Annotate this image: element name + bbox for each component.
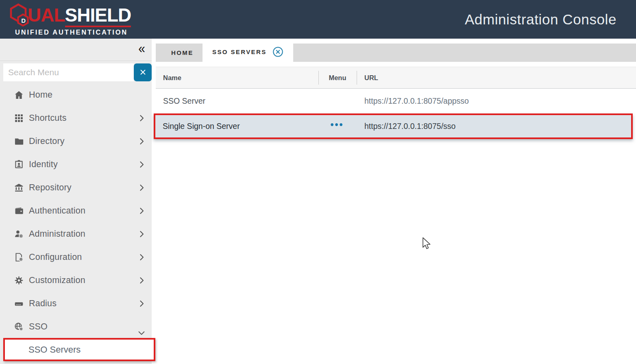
- sidebar-item-configuration[interactable]: Configuration: [0, 246, 152, 269]
- sidebar-item-label: Shortcuts: [29, 113, 67, 123]
- row-url: https://127.0.0.1:8075/appsso: [357, 96, 636, 106]
- chevron-right-icon: [137, 114, 146, 122]
- chevron-right-icon: [137, 207, 146, 215]
- sidebar-item-repository[interactable]: Repository: [0, 176, 152, 199]
- chevron-right-icon: [137, 160, 146, 169]
- sidebar-item-radius[interactable]: Radius: [0, 292, 152, 315]
- globe-gear-icon: [14, 322, 24, 332]
- dualshield-logo: D UALSHIELD UNIFIED AUTHENTICATION: [8, 3, 131, 36]
- document-gear-icon: [14, 252, 24, 262]
- user-gear-icon: [14, 229, 24, 239]
- sidebar-item-sso[interactable]: SSO: [0, 315, 152, 338]
- sidebar-collapse-row: «: [0, 39, 152, 61]
- bank-icon: [14, 183, 24, 193]
- tab-sso-servers[interactable]: SSO SERVERS: [203, 41, 293, 62]
- chevron-right-icon: [137, 276, 146, 285]
- row-name: SSO Server: [156, 96, 318, 106]
- sidebar-item-directory[interactable]: Directory: [0, 130, 152, 153]
- table-header: Name Menu URL: [156, 67, 636, 89]
- mouse-cursor: [422, 237, 431, 251]
- logo-tagline: UNIFIED AUTHENTICATION: [15, 28, 131, 36]
- sidebar-item-label: Configuration: [29, 252, 82, 262]
- gear-icon: [14, 275, 24, 286]
- tab-bar: HOME SSO SERVERS: [156, 44, 636, 62]
- sidebar-item-home[interactable]: Home: [0, 83, 152, 107]
- sidebar-item-label: Authentication: [29, 206, 85, 216]
- sidebar-item-shortcuts[interactable]: Shortcuts: [0, 107, 152, 130]
- logo-word-red: UAL: [28, 6, 65, 27]
- app-header: D UALSHIELD UNIFIED AUTHENTICATION Admin…: [0, 0, 636, 39]
- column-divider: [318, 71, 319, 85]
- page-title: Administration Console: [465, 11, 616, 28]
- wallet-icon: [14, 206, 24, 216]
- sidebar-item-authentication[interactable]: Authentication: [0, 199, 152, 222]
- chevron-right-icon: [137, 299, 146, 308]
- grid-icon: [14, 113, 24, 123]
- table-row-sso-server[interactable]: SSO Server https://127.0.0.1:8075/appsso: [156, 89, 636, 113]
- row-name: Single Sign-on Server: [155, 122, 318, 131]
- sidebar-item-label: Administration: [29, 229, 85, 239]
- collapse-sidebar-icon[interactable]: «: [138, 42, 145, 55]
- row-menu-button[interactable]: [318, 100, 357, 102]
- sidebar-item-sso-servers[interactable]: SSO Servers: [3, 338, 155, 361]
- tab-home[interactable]: HOME: [161, 44, 204, 62]
- column-header-url: URL: [357, 74, 636, 82]
- column-header-menu: Menu: [318, 74, 357, 82]
- id-card-icon: [14, 159, 24, 170]
- sidebar-item-label: Radius: [29, 299, 57, 309]
- search-clear-button[interactable]: [134, 63, 152, 81]
- home-icon: [14, 90, 24, 100]
- row-menu-button[interactable]: •••: [318, 120, 356, 132]
- sidebar-item-customization[interactable]: Customization: [0, 269, 152, 292]
- sidebar-item-identity[interactable]: Identity: [0, 153, 152, 176]
- close-tab-icon[interactable]: [272, 46, 283, 57]
- sidebar-item-label: SSO: [29, 322, 48, 332]
- column-header-name: Name: [156, 74, 318, 82]
- chevron-right-icon: [137, 230, 146, 238]
- sidebar-item-label: Home: [29, 90, 52, 100]
- logo-initial: D: [21, 17, 26, 24]
- logo-wordmark: UALSHIELD: [28, 6, 131, 27]
- search-input[interactable]: [3, 63, 134, 81]
- row-url: https://127.0.0.1:8075/sso: [356, 122, 631, 131]
- column-divider: [357, 71, 357, 85]
- close-icon: [139, 69, 146, 76]
- chevron-right-icon: [137, 137, 146, 146]
- sidebar-subitem-label: SSO Servers: [28, 344, 81, 355]
- sidebar-item-label: Identity: [29, 159, 58, 170]
- folder-icon: [14, 136, 24, 146]
- sidebar-search-row: [0, 61, 152, 83]
- tab-label: HOME: [171, 49, 194, 56]
- sidebar-item-label: Directory: [29, 136, 65, 146]
- table-row-single-sign-on-server[interactable]: Single Sign-on Server ••• https://127.0.…: [154, 113, 633, 139]
- sidebar: « Home Shortcuts Directory: [0, 39, 152, 364]
- modem-icon: [14, 299, 24, 309]
- sidebar-item-label: Customization: [29, 275, 85, 286]
- sidebar-item-label: Repository: [29, 183, 72, 193]
- sidebar-nav: Home Shortcuts Directory: [0, 83, 152, 338]
- tab-label: SSO SERVERS: [212, 48, 267, 55]
- logo-word-white: SHIELD: [65, 6, 131, 27]
- sidebar-item-administration[interactable]: Administration: [0, 222, 152, 246]
- dualshield-hexagon-logo-icon: D: [8, 3, 29, 27]
- chevron-right-icon: [137, 253, 146, 262]
- chevron-right-icon: [137, 183, 146, 192]
